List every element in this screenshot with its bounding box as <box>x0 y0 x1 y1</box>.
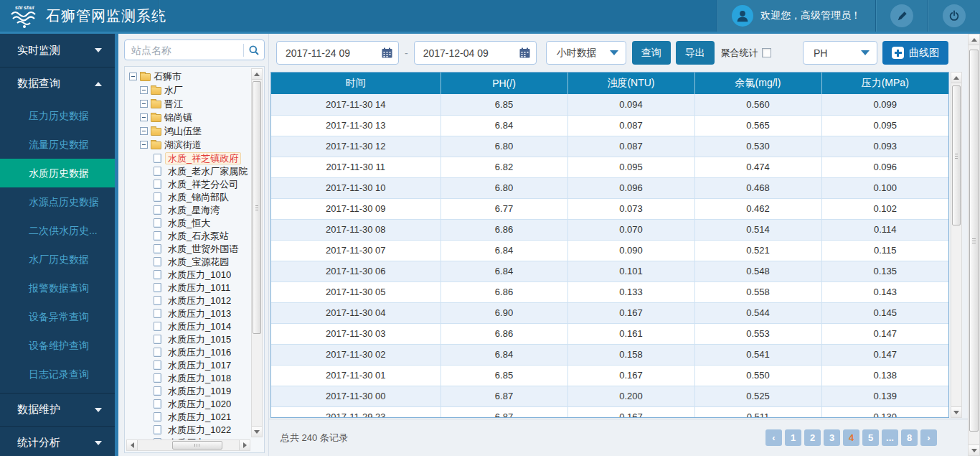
tree-node-root[interactable]: 石狮市 <box>128 70 264 83</box>
sidebar-subitem[interactable]: 水质历史数据 <box>0 159 115 187</box>
tree-node-folder[interactable]: 锦尚镇 <box>128 111 264 124</box>
tree-node-station[interactable]: 水质压力_1018 <box>128 371 264 384</box>
scroll-left-icon[interactable] <box>127 440 138 450</box>
scroll-thumb[interactable] <box>172 441 222 450</box>
tree-node-folder[interactable]: 晋江 <box>128 97 264 111</box>
tree-node-station[interactable]: 水质_世贸外国语 <box>128 242 264 255</box>
tree-node-station[interactable]: 水质_恒大 <box>128 216 264 229</box>
sidebar-subitem[interactable]: 水厂历史数据 <box>0 245 115 274</box>
sidebar-subitem[interactable]: 日志记录查询 <box>0 360 115 388</box>
table-row[interactable]: 2017-11-30 12 6.80 0.087 0.530 0.093 <box>271 136 948 157</box>
table-row[interactable]: 2017-11-30 13 6.84 0.087 0.565 0.095 <box>271 115 948 136</box>
tree-node-station[interactable]: 水质压力_1022 <box>128 423 264 436</box>
tree-scrollbar-vertical[interactable] <box>251 68 263 437</box>
sidebar-item-data-maintenance[interactable]: 数据维护 <box>0 393 115 426</box>
page-button[interactable]: › <box>920 429 937 446</box>
page-button[interactable]: 5 <box>862 429 879 446</box>
scroll-thumb[interactable] <box>253 81 261 334</box>
sidebar-subitem[interactable]: 设备异常查询 <box>0 302 115 331</box>
date-to-input[interactable]: 2017-12-04 09 <box>414 41 537 65</box>
tree-node-station[interactable]: 水质_老水厂家属院 <box>128 164 264 177</box>
logout-button[interactable] <box>928 0 980 32</box>
tree-node-station[interactable]: 水质压力_1013 <box>128 307 264 320</box>
query-button[interactable]: 查询 <box>632 41 671 65</box>
date-from-input[interactable]: 2017-11-24 09 <box>276 41 399 65</box>
table-row[interactable]: 2017-11-30 11 6.82 0.095 0.474 0.096 <box>271 157 948 177</box>
sidebar-subitem[interactable]: 流量历史数据 <box>0 130 115 159</box>
collapse-icon[interactable] <box>140 127 148 135</box>
tree-node-station[interactable]: 水质压力_1015 <box>128 332 264 345</box>
tree-node-station[interactable]: 水质压力_1019 <box>128 384 264 397</box>
tree-node-station[interactable]: 水质_祥芝分公司 <box>128 177 264 190</box>
page-button[interactable]: ... <box>882 429 898 446</box>
sidebar-subitem[interactable]: 水源点历史数据 <box>0 187 115 216</box>
table-row[interactable]: 2017-11-30 00 6.87 0.200 0.525 0.139 <box>271 386 948 406</box>
table-row[interactable]: 2017-11-30 02 6.84 0.158 0.541 0.147 <box>271 344 948 365</box>
tree-node-station[interactable]: 水质_锦尚部队 <box>128 190 264 203</box>
table-row[interactable]: 2017-11-30 05 6.86 0.133 0.558 0.143 <box>271 281 948 302</box>
tree-node-station[interactable]: 水质_宝源花园 <box>128 255 264 268</box>
scroll-up-icon[interactable] <box>951 73 961 83</box>
tree-node-folder[interactable]: 湖滨街道 <box>128 138 264 152</box>
table-row[interactable]: 2017-11-30 04 6.90 0.167 0.544 0.145 <box>271 302 948 323</box>
sidebar-subitem[interactable]: 报警数据查询 <box>0 274 115 302</box>
tree-node-station[interactable]: 水质压力_1020 <box>128 397 264 410</box>
aggregate-checkbox[interactable] <box>762 48 771 57</box>
page-button[interactable]: 2 <box>804 429 821 446</box>
collapse-icon[interactable] <box>140 141 148 149</box>
table-row[interactable]: 2017-11-29 23 6.87 0.167 0.511 0.130 <box>271 406 948 418</box>
scroll-thumb[interactable] <box>969 50 979 432</box>
metric-select[interactable]: PH <box>803 41 877 65</box>
table-row[interactable]: 2017-11-30 03 6.86 0.161 0.553 0.147 <box>271 323 948 344</box>
scroll-up-icon[interactable] <box>252 69 262 80</box>
tree-node-station[interactable]: 水质压力_1012 <box>128 294 264 307</box>
sidebar-item-data-query[interactable]: 数据查询 <box>0 67 115 100</box>
table-row[interactable]: 2017-11-30 01 6.85 0.167 0.550 0.138 <box>271 365 948 386</box>
pencil-icon[interactable] <box>890 4 913 27</box>
interval-select[interactable]: 小时数据 <box>546 41 626 65</box>
collapse-icon[interactable] <box>140 86 148 94</box>
edit-button[interactable] <box>875 0 928 32</box>
collapse-icon[interactable] <box>140 100 148 108</box>
tree-scrollbar-horizontal[interactable] <box>126 439 250 451</box>
tree-node-station[interactable]: 水质压力_1017 <box>128 358 264 371</box>
page-button[interactable]: 3 <box>824 429 840 446</box>
calendar-icon[interactable] <box>519 47 530 58</box>
export-button[interactable]: 导出 <box>676 41 715 65</box>
search-input[interactable] <box>131 45 239 56</box>
collapse-icon[interactable] <box>129 73 137 80</box>
page-button[interactable]: 8 <box>901 429 918 446</box>
power-icon[interactable] <box>943 4 966 27</box>
scroll-right-icon[interactable] <box>239 440 250 450</box>
table-row[interactable]: 2017-11-30 06 6.84 0.101 0.548 0.135 <box>271 261 948 281</box>
collapse-icon[interactable] <box>140 113 148 121</box>
page-button[interactable]: ‹ <box>765 429 782 446</box>
page-button[interactable]: 1 <box>785 429 801 446</box>
sidebar-item-statistics[interactable]: 统计分析 <box>0 426 115 456</box>
table-row[interactable]: 2017-11-30 10 6.80 0.096 0.468 0.100 <box>271 177 948 198</box>
table-row[interactable]: 2017-11-30 14 6.85 0.094 0.560 0.099 <box>271 94 948 115</box>
table-row[interactable]: 2017-11-30 09 6.77 0.073 0.462 0.102 <box>271 198 948 219</box>
tree-node-station[interactable]: 水质压力_1010 <box>128 268 264 281</box>
tree-node-station[interactable]: 水质压力_1011 <box>128 281 264 294</box>
sidebar-item-realtime-monitor[interactable]: 实时监测 <box>0 34 115 67</box>
sidebar-subitem[interactable]: 二次供水历史... <box>0 216 115 245</box>
page-scrollbar[interactable] <box>968 34 980 456</box>
tree-node-folder[interactable]: 水厂 <box>128 83 264 97</box>
tree-node-station[interactable]: 水质压力_1021 <box>128 410 264 423</box>
curve-chart-button[interactable]: 曲线图 <box>882 41 948 65</box>
scroll-down-icon[interactable] <box>252 426 262 437</box>
scroll-down-icon[interactable] <box>951 406 961 417</box>
scroll-thumb[interactable] <box>952 85 961 225</box>
calendar-icon[interactable] <box>382 47 392 58</box>
tree-node-station[interactable]: 水质_祥芝镇政府 <box>128 152 264 164</box>
scroll-up-icon[interactable] <box>969 34 979 45</box>
table-row[interactable]: 2017-11-30 07 6.84 0.090 0.521 0.115 <box>271 240 948 261</box>
tree-node-station[interactable]: 水质压力_1016 <box>128 345 264 358</box>
scroll-down-icon[interactable] <box>969 445 979 455</box>
sidebar-subitem[interactable]: 压力历史数据 <box>0 101 115 130</box>
sidebar-subitem[interactable]: 设备维护查询 <box>0 331 115 360</box>
table-scrollbar[interactable] <box>951 72 962 418</box>
tree-node-station[interactable]: 水质_石永泵站 <box>128 229 264 242</box>
tree-node-folder[interactable]: 鸿山伍堡 <box>128 124 264 138</box>
